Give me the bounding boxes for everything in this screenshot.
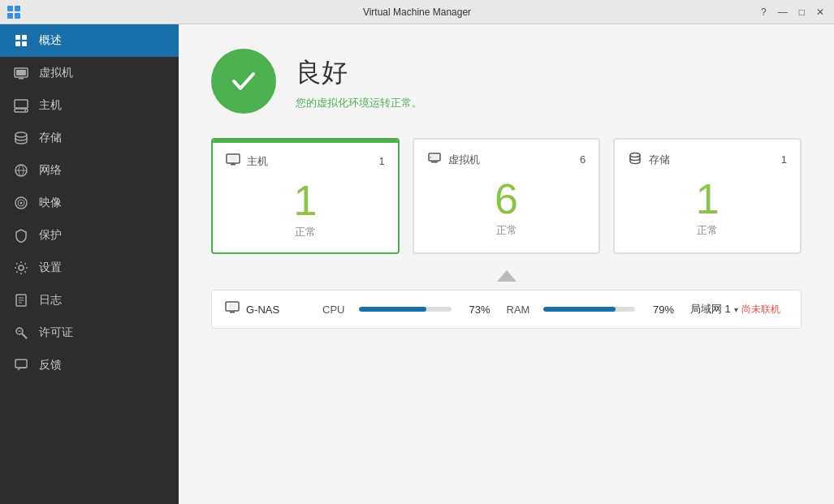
- log-icon: [13, 292, 29, 308]
- vm-card-icon: [427, 151, 442, 168]
- image-icon: [13, 195, 29, 211]
- status-title: 良好: [296, 55, 422, 91]
- svg-rect-2: [7, 13, 13, 19]
- sidebar: 概述 虚拟机 主机: [0, 24, 179, 504]
- sidebar-item-storage[interactable]: 存储: [0, 122, 179, 154]
- svg-rect-6: [15, 41, 20, 46]
- card-number-storages: 1: [628, 178, 787, 220]
- card-header-storages: 存储 1: [628, 151, 787, 168]
- help-btn[interactable]: ?: [758, 6, 770, 18]
- card-count-vms: 6: [580, 153, 586, 166]
- card-header-left-vms: 虚拟机: [427, 151, 480, 168]
- network-section: 局域网 1 ▾ 尚未联机: [690, 302, 788, 317]
- titlebar-controls: ? — □ ✕: [758, 6, 828, 18]
- cpu-progress-bg: [359, 307, 452, 312]
- card-label-hosts: 主机: [247, 154, 268, 169]
- card-vms[interactable]: 虚拟机 6 6 正常: [413, 138, 601, 254]
- minimize-btn[interactable]: —: [775, 6, 791, 18]
- sidebar-item-image[interactable]: 映像: [0, 187, 179, 219]
- card-label-vms: 虚拟机: [448, 153, 480, 167]
- protect-icon: [13, 227, 29, 243]
- sidebar-item-network[interactable]: 网络: [0, 154, 179, 187]
- status-subtitle: 您的虚拟化环境运转正常。: [296, 96, 422, 110]
- card-hosts[interactable]: 主机 1 1 正常: [211, 138, 400, 254]
- svg-rect-32: [232, 163, 234, 165]
- cards-row: 主机 1 1 正常: [211, 138, 802, 254]
- host-row[interactable]: G-NAS CPU 73% RAM 79% 局域网 1 ▾ 尚未联机: [211, 290, 802, 329]
- storage-icon: [13, 130, 29, 146]
- sidebar-label-image: 映像: [39, 196, 62, 210]
- monitor-icon: [226, 153, 240, 170]
- card-header-hosts: 主机 1: [226, 153, 385, 170]
- sidebar-item-protect[interactable]: 保护: [0, 219, 179, 252]
- svg-rect-1: [15, 6, 20, 11]
- dropdown-arrow-icon[interactable]: ▾: [734, 305, 738, 314]
- window-title: Virtual Machine Manager: [363, 6, 471, 18]
- app-icon: [6, 5, 21, 19]
- sidebar-label-host: 主机: [39, 98, 62, 113]
- svg-rect-3: [15, 13, 20, 19]
- grid-icon: [13, 32, 29, 49]
- card-header-left-hosts: 主机: [226, 153, 268, 170]
- sidebar-item-logs[interactable]: 日志: [0, 284, 179, 317]
- card-count-storages: 1: [781, 153, 787, 166]
- maximize-btn[interactable]: □: [796, 6, 808, 18]
- svg-rect-30: [229, 156, 237, 162]
- feedback-icon: [13, 357, 29, 373]
- sidebar-label-protect: 保护: [39, 228, 62, 243]
- cpu-label: CPU: [322, 304, 351, 316]
- svg-rect-40: [230, 312, 235, 313]
- main-content: 良好 您的虚拟化环境运转正常。: [179, 24, 834, 504]
- svg-rect-5: [22, 35, 27, 40]
- card-header-left-storages: 存储: [628, 151, 670, 168]
- status-icon: [211, 49, 276, 114]
- svg-rect-9: [16, 70, 26, 75]
- close-btn[interactable]: ✕: [813, 6, 828, 18]
- storage-card-icon: [628, 151, 642, 168]
- card-top-bar: [213, 140, 398, 143]
- sidebar-label-storage: 存储: [39, 131, 62, 145]
- settings-icon: [13, 260, 29, 276]
- svg-rect-7: [22, 41, 27, 46]
- sidebar-label-settings: 设置: [39, 261, 62, 275]
- card-number-hosts: 1: [226, 179, 385, 222]
- host-name: G-NAS: [246, 304, 279, 316]
- card-storages[interactable]: 存储 1 1 正常: [613, 138, 802, 254]
- svg-rect-10: [19, 78, 24, 80]
- svg-point-13: [24, 110, 26, 111]
- sidebar-item-feedback[interactable]: 反馈: [0, 349, 179, 381]
- svg-rect-39: [228, 304, 236, 309]
- ram-value: 79%: [643, 304, 674, 316]
- sidebar-label-feedback: 反馈: [39, 358, 62, 373]
- status-text-block: 良好 您的虚拟化环境运转正常。: [296, 49, 422, 110]
- card-status-storages: 正常: [628, 223, 787, 238]
- sidebar-item-vm[interactable]: 虚拟机: [0, 57, 179, 89]
- svg-point-37: [630, 153, 640, 157]
- sidebar-label-license: 许可证: [39, 325, 73, 340]
- svg-rect-11: [15, 100, 28, 108]
- sidebar-item-host[interactable]: 主机: [0, 89, 179, 122]
- network-icon: [13, 162, 29, 179]
- network-label: 局域网 1: [690, 302, 731, 317]
- card-status-hosts: 正常: [226, 225, 385, 239]
- ram-label: RAM: [507, 304, 535, 316]
- svg-point-19: [20, 202, 23, 205]
- sidebar-item-overview[interactable]: 概述: [0, 24, 179, 57]
- svg-rect-28: [15, 360, 27, 368]
- app-body: 概述 虚拟机 主机: [0, 24, 834, 504]
- cpu-metric-group: CPU 73%: [322, 304, 490, 316]
- sidebar-item-settings[interactable]: 设置: [0, 252, 179, 284]
- license-icon: [13, 325, 29, 341]
- vm-icon: [13, 65, 29, 81]
- cpu-value: 73%: [460, 304, 490, 316]
- host-icon: [13, 97, 29, 114]
- sidebar-label-network: 网络: [39, 163, 62, 178]
- card-status-vms: 正常: [427, 223, 586, 238]
- svg-rect-35: [431, 162, 438, 163]
- sidebar-label-vm: 虚拟机: [39, 66, 73, 80]
- arrow-indicator: [211, 270, 802, 282]
- sidebar-item-license[interactable]: 许可证: [0, 317, 179, 349]
- card-header-vms: 虚拟机 6: [427, 151, 586, 168]
- offline-text: 尚未联机: [741, 303, 780, 317]
- titlebar: Virtual Machine Manager ? — □ ✕: [0, 0, 834, 24]
